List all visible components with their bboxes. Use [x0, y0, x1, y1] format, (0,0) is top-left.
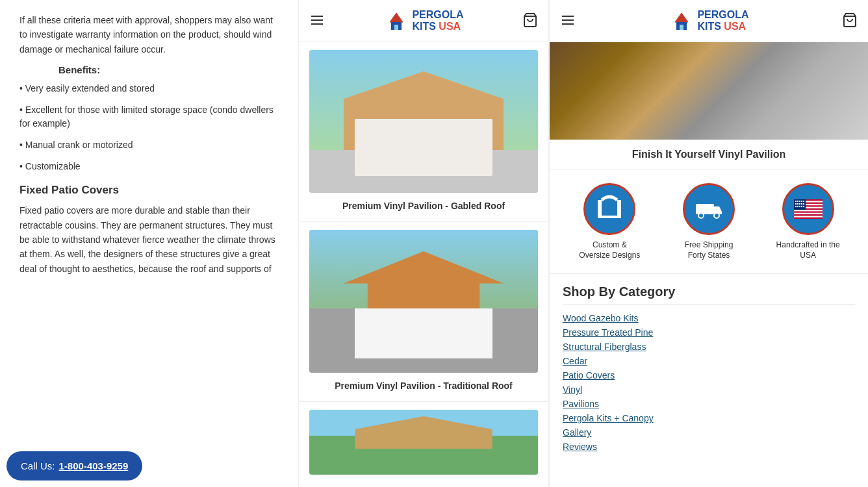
- category-pergola-kits[interactable]: Pergola Kits + Canopy: [563, 413, 855, 423]
- product-img-gabled: [309, 50, 538, 193]
- badges-row: Custom & Oversize Designs Free Shipping …: [550, 170, 868, 274]
- product-card-gabled: Premium Vinyl Pavilion - Gabled Roof: [299, 42, 548, 222]
- svg-point-36: [800, 203, 802, 205]
- svg-point-31: [800, 201, 802, 202]
- cart-icon-middle[interactable]: [522, 12, 538, 30]
- badge-circle-handcrafted: [782, 183, 834, 235]
- badge-shipping: Free Shipping Forty States: [676, 183, 741, 260]
- svg-point-28: [795, 201, 796, 202]
- badge-custom: Custom & Oversize Designs: [577, 183, 642, 260]
- svg-point-37: [802, 203, 804, 205]
- logo-pergola-right: PERGOLA: [697, 9, 748, 21]
- svg-point-19: [714, 213, 719, 218]
- shop-by-category-title: Shop By Category: [550, 274, 868, 305]
- hamburger-icon-middle[interactable]: [309, 12, 325, 30]
- svg-point-42: [802, 206, 804, 207]
- svg-point-29: [797, 201, 798, 202]
- benefits-title: Benefits:: [58, 64, 279, 75]
- svg-point-41: [800, 206, 802, 207]
- logo-house-icon-right: [669, 8, 695, 34]
- badge-handcrafted: Handcrafted in the USA: [776, 183, 841, 260]
- left-panel: If all these criteria meet with approval…: [0, 0, 299, 487]
- svg-marker-10: [675, 13, 688, 22]
- benefit-3: • Manual crank or motorized: [19, 138, 279, 152]
- badge-label-handcrafted: Handcrafted in the USA: [776, 240, 841, 260]
- category-wood-gazebo[interactable]: Wood Gazebo Kits: [563, 313, 855, 323]
- svg-rect-25: [794, 213, 823, 214]
- right-header: PERGOLA KITS USA: [550, 0, 868, 42]
- middle-content: Premium Vinyl Pavilion - Gabled Roof Pre…: [299, 42, 548, 487]
- category-pressure-treated[interactable]: Pressure Treated Pine: [563, 327, 855, 338]
- badge-label-custom: Custom & Oversize Designs: [577, 240, 642, 260]
- benefit-4: • Customizable: [19, 160, 279, 173]
- svg-marker-3: [390, 13, 403, 22]
- product-label-traditional: Premium Vinyl Pavilion - Traditional Roo…: [309, 378, 538, 393]
- svg-rect-12: [680, 25, 683, 30]
- svg-rect-5: [394, 25, 398, 30]
- svg-point-38: [795, 206, 796, 207]
- product-label-gabled: Premium Vinyl Pavilion - Gabled Roof: [309, 198, 538, 214]
- category-gallery[interactable]: Gallery: [563, 427, 855, 438]
- logo-pergola-kits-middle: PERGOLA: [412, 9, 463, 21]
- right-panel: PERGOLA KITS USA Finish It Yourself Viny…: [549, 0, 868, 487]
- intro-text: If all these criteria meet with approval…: [19, 13, 279, 56]
- hero-image-right: [550, 42, 868, 140]
- svg-point-39: [797, 206, 798, 207]
- call-label-left: Call Us:: [21, 460, 55, 471]
- benefit-1: • Very easily extended and stored: [19, 82, 279, 95]
- category-list: Wood Gazebo Kits Pressure Treated Pine S…: [550, 313, 868, 465]
- call-banner-left[interactable]: Call Us: 1-800-403-9259: [6, 451, 142, 481]
- middle-header: PERGOLA KITS USA: [299, 0, 548, 42]
- svg-point-30: [798, 201, 800, 202]
- product-card-cedar: [299, 402, 548, 487]
- category-patio-covers[interactable]: Patio Covers: [563, 370, 855, 381]
- vinyl-pavilion-title: Finish It Yourself Vinyl Pavilion: [550, 140, 868, 170]
- svg-rect-17: [696, 204, 714, 214]
- badge-label-shipping: Free Shipping Forty States: [676, 240, 741, 260]
- arch-icon: [595, 195, 624, 223]
- cart-icon-right[interactable]: [842, 12, 858, 30]
- logo-house-icon-middle: [383, 8, 409, 34]
- category-pavilions[interactable]: Pavilions: [563, 399, 855, 409]
- svg-rect-15: [598, 200, 602, 218]
- logo-kits-usa-right: KITS USA: [697, 21, 748, 32]
- category-vinyl[interactable]: Vinyl: [563, 384, 855, 395]
- svg-point-35: [798, 203, 800, 205]
- badge-circle-shipping: [683, 183, 735, 235]
- svg-point-40: [798, 206, 800, 207]
- call-number-left[interactable]: 1-800-403-9259: [59, 460, 129, 471]
- logo-middle[interactable]: PERGOLA KITS USA: [383, 8, 463, 34]
- svg-point-34: [797, 203, 798, 205]
- truck-icon: [695, 195, 723, 223]
- category-reviews[interactable]: Reviews: [563, 442, 855, 452]
- category-structural-fiberglass[interactable]: Structural Fiberglass: [563, 342, 855, 352]
- category-cedar[interactable]: Cedar: [563, 356, 855, 366]
- hamburger-icon-right[interactable]: [560, 12, 576, 30]
- svg-rect-24: [794, 210, 823, 211]
- svg-point-33: [795, 203, 796, 205]
- svg-point-32: [802, 201, 804, 202]
- product-img-cedar: [309, 410, 538, 475]
- product-img-traditional: [309, 230, 538, 373]
- svg-rect-16: [617, 200, 621, 218]
- benefit-2: • Excellent for those with limited stora…: [19, 103, 279, 131]
- svg-rect-26: [794, 216, 823, 217]
- fixed-patio-text: Fixed patio covers are more durable and …: [19, 203, 279, 276]
- middle-panel: PERGOLA KITS USA Premium Vinyl Pavilion …: [299, 0, 549, 487]
- fixed-patio-section-title: Fixed Patio Covers: [19, 184, 279, 197]
- logo-right[interactable]: PERGOLA KITS USA: [669, 8, 748, 34]
- svg-point-18: [698, 213, 704, 218]
- logo-kits-usa-middle: KITS USA: [412, 21, 463, 32]
- flag-icon: [794, 195, 823, 223]
- badge-circle-custom: [583, 183, 635, 235]
- product-card-traditional: Premium Vinyl Pavilion - Traditional Roo…: [299, 222, 548, 402]
- category-divider: [563, 305, 855, 305]
